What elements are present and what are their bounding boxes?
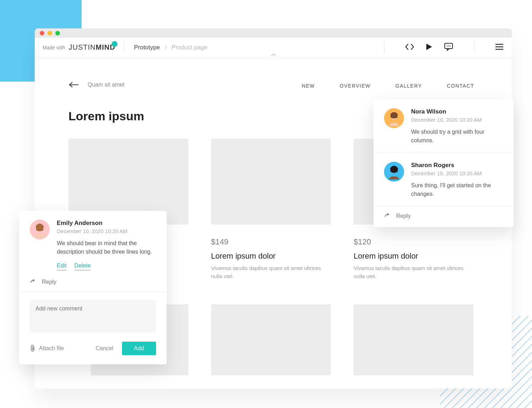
comment-author: Emily Anderson: [57, 220, 156, 227]
comment: Sharon Rogers December 10, 2020 10:20 AM…: [373, 153, 514, 206]
image-placeholder: [211, 139, 331, 225]
window-max-icon[interactable]: [55, 31, 60, 35]
image-placeholder: [354, 304, 473, 375]
edit-button[interactable]: Edit: [57, 263, 67, 270]
cancel-button[interactable]: Cancel: [96, 345, 113, 352]
comment-text: We should try a grid with four columns.: [411, 128, 503, 145]
separator: [474, 42, 474, 54]
comment: Nora Wilson December 10, 2020 10:20 AM W…: [373, 99, 514, 153]
logo: JUSTINMIND: [69, 43, 115, 51]
avatar: [384, 162, 404, 182]
nav-gallery[interactable]: GALLERY: [395, 83, 422, 89]
window-close-icon[interactable]: [40, 31, 44, 35]
product-desc: Vivamus iaculis dapibus quam sit amet ul…: [211, 264, 331, 280]
reply-button[interactable]: Reply: [19, 272, 167, 292]
comment-date: December 10, 2020 10:20 AM: [57, 228, 156, 234]
breadcrumb-root[interactable]: Prototype: [134, 44, 160, 51]
reply-icon: [384, 213, 391, 219]
product-card: $149 Lorem ipsum dolor Vivamus iaculis d…: [211, 139, 331, 280]
comment-text: Sure thing, I'll get started on the chan…: [411, 181, 503, 198]
comment-thread-panel-2: Emily Anderson December 10, 2020 10:20 A…: [19, 211, 167, 364]
reply-icon: [30, 279, 37, 285]
attach-file-button[interactable]: Attach file: [30, 344, 64, 352]
product-title: Lorem ipsum dolor: [211, 252, 331, 261]
window-titlebar: [35, 28, 512, 38]
comment-text: We should bear in mind that the descript…: [57, 239, 156, 256]
reply-label: Reply: [42, 279, 56, 285]
compose-area: Attach file Cancel Add: [19, 292, 167, 364]
logo-dot-icon: [112, 41, 117, 47]
reply-label: Reply: [396, 213, 411, 219]
product-price: $149: [211, 237, 331, 247]
app-toolbar: Made with JUSTINMIND Prototype / Product…: [35, 38, 512, 57]
comment-author: Sharon Rogers: [411, 162, 503, 169]
code-icon[interactable]: [405, 43, 414, 52]
reply-button[interactable]: Reply: [373, 206, 514, 227]
new-comment-input[interactable]: [30, 300, 156, 332]
logo-thin: JUSTIN: [69, 43, 96, 51]
delete-button[interactable]: Delete: [74, 263, 91, 270]
breadcrumb-current: Product page: [172, 44, 207, 51]
product-title: Lorem ipsum dolor: [354, 252, 473, 261]
add-button[interactable]: Add: [122, 342, 156, 355]
product-price: $120: [354, 237, 473, 247]
comment: Emily Anderson December 10, 2020 10:20 A…: [19, 211, 167, 272]
nav-overview[interactable]: OVERVIEW: [340, 83, 371, 89]
play-icon[interactable]: [426, 43, 433, 52]
svg-point-4: [448, 45, 449, 46]
chevron-up-icon[interactable]: [271, 53, 276, 58]
separator: [384, 42, 384, 54]
svg-point-5: [450, 45, 451, 46]
back-label: Quam sit amet: [88, 82, 124, 88]
window-min-icon[interactable]: [48, 31, 52, 35]
nav-contact[interactable]: CONTACT: [447, 83, 474, 89]
avatar: [30, 220, 50, 239]
comments-icon[interactable]: [444, 43, 453, 53]
breadcrumb-slash: /: [165, 44, 166, 50]
comment-thread-panel-1: Nora Wilson December 10, 2020 10:20 AM W…: [373, 99, 514, 227]
product-desc: Vivamus iaculis dapibus quam sit amet ul…: [354, 264, 473, 280]
attach-label: Attach file: [39, 345, 64, 352]
separator: [124, 42, 125, 54]
breadcrumb: Prototype / Product page: [134, 44, 207, 51]
comment-date: December 10, 2020 10:20 AM: [411, 117, 503, 123]
made-with-label: Made with: [43, 45, 65, 50]
paperclip-icon: [30, 344, 35, 352]
comment-author: Nora Wilson: [411, 108, 503, 115]
comment-actions: Edit Delete: [57, 263, 156, 270]
comment-date: December 10, 2020 10:20 AM: [411, 170, 503, 176]
nav-new[interactable]: NEW: [302, 83, 315, 89]
avatar: [384, 108, 404, 128]
page-nav: NEW OVERVIEW GALLERY CONTACT: [302, 83, 474, 89]
image-placeholder: [211, 304, 331, 375]
arrow-left-icon: [68, 82, 79, 88]
menu-icon[interactable]: [495, 43, 504, 52]
svg-point-3: [447, 45, 448, 46]
